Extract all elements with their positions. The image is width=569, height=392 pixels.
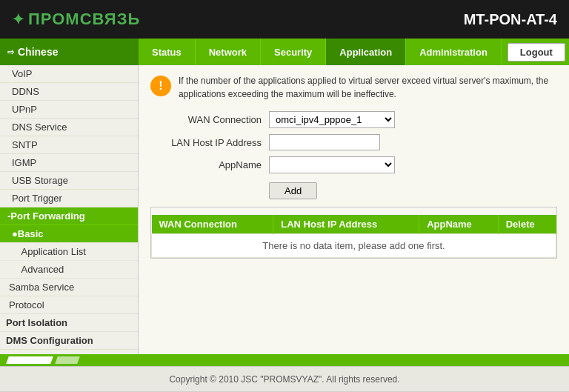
sidebar-item-voip[interactable]: VoIP <box>0 65 138 83</box>
sidebar-language-label: Chinese <box>18 46 58 58</box>
sidebar-item-dns-service[interactable]: DNS Service <box>0 119 138 136</box>
footer-copyright: Copyright © 2010 JSC "PROMSVYAZ". All ri… <box>169 374 399 385</box>
navbar: ⇨ Chinese Status Network Security Applic… <box>0 39 569 65</box>
tab-administration[interactable]: Administration <box>406 39 502 65</box>
content-area: ! If the number of the applications appl… <box>139 65 569 354</box>
data-table: WAN Connection LAN Host IP Address AppNa… <box>151 215 556 258</box>
sidebar-item-dms-configuration[interactable]: DMS Configuration <box>0 332 138 350</box>
tab-security[interactable]: Security <box>261 39 326 65</box>
sidebar-item-basic[interactable]: ●Basic <box>0 225 138 243</box>
col-wan-connection: WAN Connection <box>152 215 273 234</box>
table-header-row: WAN Connection LAN Host IP Address AppNa… <box>152 215 556 234</box>
warning-icon: ! <box>150 76 171 96</box>
logo-icon: ✦ <box>12 10 25 28</box>
tab-application[interactable]: Application <box>326 39 406 65</box>
col-appname: AppName <box>419 215 499 234</box>
add-button-wrapper: Add <box>150 179 557 199</box>
table-row-empty: There is no data item, please add one fi… <box>152 234 556 258</box>
warning-box: ! If the number of the applications appl… <box>150 74 557 101</box>
page-header: ✦ ПРОМСВЯЗЬ MT-PON-AT-4 <box>0 0 569 39</box>
logo-text: ПРОМСВЯЗЬ <box>28 10 140 29</box>
sidebar-item-port-isolation[interactable]: Port Isolation <box>0 314 138 332</box>
appname-label: AppName <box>150 159 269 170</box>
sidebar-item-advanced[interactable]: Advanced <box>0 261 138 279</box>
logo: ✦ ПРОМСВЯЗЬ <box>12 10 140 29</box>
empty-table-text: There is no data item, please add one fi… <box>152 234 556 258</box>
tab-status[interactable]: Status <box>139 39 196 65</box>
logout-button[interactable]: Logout <box>508 43 565 62</box>
sidebar-item-sntp[interactable]: SNTP <box>0 136 138 154</box>
sidebar-header[interactable]: ⇨ Chinese <box>0 39 139 65</box>
sidebar: VoIP DDNS UPnP DNS Service SNTP IGMP USB… <box>0 65 139 354</box>
sidebar-header-text: ⇨ Chinese <box>7 46 58 58</box>
footer: Copyright © 2010 JSC "PROMSVYAZ". All ri… <box>0 366 569 391</box>
sidebar-section-port-forwarding[interactable]: -Port Forwarding <box>0 207 138 225</box>
add-button[interactable]: Add <box>269 182 317 199</box>
sidebar-item-upnp[interactable]: UPnP <box>0 101 138 119</box>
sidebar-item-port-trigger[interactable]: Port Trigger <box>0 190 138 207</box>
col-lan-host-ip: LAN Host IP Address <box>273 215 419 234</box>
col-delete: Delete <box>498 215 556 234</box>
warning-text: If the number of the applications applie… <box>179 74 557 101</box>
main-layout: VoIP DDNS UPnP DNS Service SNTP IGMP USB… <box>0 65 569 354</box>
appname-select[interactable] <box>269 156 395 173</box>
tab-network[interactable]: Network <box>196 39 261 65</box>
lan-host-ip-row: LAN Host IP Address <box>150 134 557 150</box>
lan-host-ip-label: LAN Host IP Address <box>150 137 269 148</box>
arrow-icon: ⇨ <box>7 47 14 57</box>
data-table-wrapper: WAN Connection LAN Host IP Address AppNa… <box>150 207 557 259</box>
lan-host-ip-input[interactable] <box>269 134 380 150</box>
device-name: MT-PON-AT-4 <box>464 11 557 28</box>
footer-accent-bar1 <box>6 356 53 364</box>
sidebar-item-protocol[interactable]: Protocol <box>0 296 138 314</box>
sidebar-item-ddns[interactable]: DDNS <box>0 83 138 101</box>
appname-row: AppName <box>150 156 557 173</box>
sidebar-item-igmp[interactable]: IGMP <box>0 154 138 172</box>
sidebar-item-samba-service[interactable]: Samba Service <box>0 279 138 296</box>
sidebar-item-application-list[interactable]: Application List <box>0 243 138 261</box>
sidebar-item-usb-storage[interactable]: USB Storage <box>0 172 138 190</box>
footer-accent <box>0 354 569 366</box>
wan-connection-select[interactable]: omci_ipv4_pppoe_1 <box>269 111 395 128</box>
wan-connection-row: WAN Connection omci_ipv4_pppoe_1 <box>150 111 557 128</box>
nav-tabs: Status Network Security Application Admi… <box>139 39 502 65</box>
footer-accent-bar2 <box>55 356 80 364</box>
wan-connection-label: WAN Connection <box>150 114 269 125</box>
